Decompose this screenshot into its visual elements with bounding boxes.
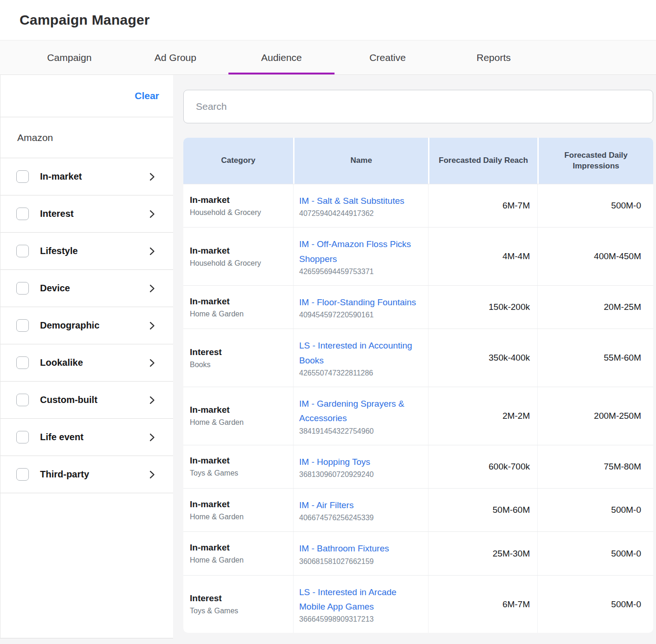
tab-ad-group[interactable]: Ad Group <box>122 40 228 74</box>
table-row: In-marketHousehold & Grocery IM - Off-Am… <box>183 227 653 285</box>
forecasted-impressions: 500M-0 <box>537 576 653 633</box>
audience-id: 426595694459753371 <box>299 268 422 276</box>
checkbox[interactable] <box>16 170 29 183</box>
audience-id: 406674576256245339 <box>299 514 422 522</box>
audience-name-link[interactable]: IM - Air Filters <box>299 498 422 512</box>
audience-name-link[interactable]: IM - Floor-Standing Fountains <box>299 295 422 309</box>
table-row: InterestToys & Games LS - Interested in … <box>183 575 653 633</box>
table-header: Category Name Forecasted Daily Reach For… <box>183 138 653 184</box>
column-header-name: Name <box>293 138 428 184</box>
column-header-impressions: Forecasted Daily Impressions <box>537 138 653 184</box>
checkbox[interactable] <box>16 431 29 443</box>
content-layout: Clear Amazon In-market Interest Lifestyl… <box>0 75 656 644</box>
category-label: In-market <box>190 246 288 256</box>
category-label: In-market <box>190 405 288 415</box>
chevron-right-icon[interactable] <box>147 283 157 294</box>
subcategory-label: Home & Garden <box>190 556 288 564</box>
chevron-right-icon[interactable] <box>147 246 157 256</box>
forecasted-impressions: 200M-250M <box>537 387 653 445</box>
audience-id: 360681581027662159 <box>299 557 422 566</box>
sidebar-item-label: Interest <box>40 208 74 219</box>
audience-name-link[interactable]: LS - Interested in Arcade Mobile App Gam… <box>299 585 422 614</box>
subcategory-label: Toys & Games <box>190 607 288 615</box>
main-content: Category Name Forecasted Daily Reach For… <box>173 75 656 644</box>
sidebar-item-label: Custom-built <box>40 395 97 405</box>
table-row: In-marketHome & Garden IM - Air Filters4… <box>183 488 653 531</box>
audience-id: 384191454322754960 <box>299 427 422 436</box>
forecasted-reach: 50M-60M <box>428 489 537 531</box>
sidebar-item-label: In-market <box>40 171 82 182</box>
tab-reports[interactable]: Reports <box>441 40 547 74</box>
app-header: Campaign Manager <box>0 0 656 40</box>
sidebar-item-interest[interactable]: Interest <box>0 195 173 233</box>
subcategory-label: Books <box>190 361 288 369</box>
category-label: In-market <box>190 195 288 205</box>
forecasted-reach: 2M-2M <box>428 387 537 445</box>
subcategory-label: Household & Grocery <box>190 259 288 268</box>
audience-name-link[interactable]: IM - Off-Amazon Floss Picks Shoppers <box>299 237 422 266</box>
chevron-right-icon[interactable] <box>147 209 157 219</box>
forecasted-reach: 25M-30M <box>428 532 537 575</box>
forecasted-reach: 150k-200k <box>428 286 537 329</box>
checkbox[interactable] <box>16 282 29 295</box>
audience-name-link[interactable]: IM - Hopping Toys <box>299 455 422 469</box>
sidebar-item-life-event[interactable]: Life event <box>0 419 173 456</box>
sidebar-item-lookalike[interactable]: Lookalike <box>0 344 173 382</box>
chevron-right-icon[interactable] <box>147 321 157 331</box>
sidebar-item-custom-built[interactable]: Custom-built <box>0 382 173 419</box>
sidebar-item-lifestyle[interactable]: Lifestyle <box>0 233 173 270</box>
tab-creative[interactable]: Creative <box>335 40 441 74</box>
main-tabbar: Campaign Ad Group Audience Creative Repo… <box>0 40 656 75</box>
clear-row: Clear <box>0 75 173 117</box>
checkbox[interactable] <box>16 319 29 332</box>
table-row: In-marketToys & Games IM - Hopping Toys3… <box>183 445 653 488</box>
forecasted-impressions: 75M-80M <box>537 445 653 488</box>
subcategory-label: Household & Grocery <box>190 208 288 217</box>
audience-name-link[interactable]: LS - Interested in Accounting Books <box>299 338 422 368</box>
tab-campaign[interactable]: Campaign <box>16 40 122 74</box>
table-row: In-marketHome & Garden IM - Gardening Sp… <box>183 387 653 445</box>
checkbox[interactable] <box>16 356 29 369</box>
subcategory-label: Toys & Games <box>190 469 288 477</box>
sidebar-item-label: Lifestyle <box>40 246 78 256</box>
audience-name-link[interactable]: IM - Gardening Sprayers & Accessories <box>299 396 422 426</box>
sidebar-item-label: Device <box>40 283 70 294</box>
forecasted-impressions: 500M-0 <box>537 489 653 531</box>
forecasted-impressions: 20M-25M <box>537 286 653 329</box>
clear-filters-link[interactable]: Clear <box>134 90 159 101</box>
search-input[interactable] <box>183 90 653 123</box>
checkbox[interactable] <box>16 394 29 406</box>
audience-name-link[interactable]: IM - Bathroom Fixtures <box>299 541 422 556</box>
chevron-right-icon[interactable] <box>147 358 157 368</box>
chevron-right-icon[interactable] <box>147 395 157 405</box>
chevron-right-icon[interactable] <box>147 432 157 443</box>
checkbox[interactable] <box>16 468 29 481</box>
page-title: Campaign Manager <box>20 12 150 28</box>
audience-table: Category Name Forecasted Daily Reach For… <box>183 138 653 633</box>
subcategory-label: Home & Garden <box>190 513 288 521</box>
filter-sidebar: Clear Amazon In-market Interest Lifestyl… <box>0 75 173 638</box>
chevron-right-icon[interactable] <box>147 172 157 182</box>
forecasted-reach: 6M-7M <box>428 184 537 227</box>
checkbox[interactable] <box>16 208 29 220</box>
audience-id: 368130960720929240 <box>299 470 422 479</box>
forecasted-impressions: 500M-0 <box>537 184 653 227</box>
category-label: Interest <box>190 593 288 604</box>
audience-id: 366645998909317213 <box>299 615 422 624</box>
audience-name-link[interactable]: IM - Salt & Salt Substitutes <box>299 194 422 208</box>
sidebar-item-in-market[interactable]: In-market <box>0 158 173 195</box>
forecasted-reach: 6M-7M <box>428 576 537 633</box>
forecasted-reach: 600k-700k <box>428 445 537 488</box>
sidebar-item-label: Demographic <box>40 320 100 331</box>
sidebar-item-device[interactable]: Device <box>0 270 173 307</box>
sidebar-item-third-party[interactable]: Third-party <box>0 456 173 493</box>
sidebar-item-label: Lookalike <box>40 357 83 368</box>
category-label: Interest <box>190 347 288 357</box>
audience-id: 407259404244917362 <box>299 209 422 218</box>
chevron-right-icon[interactable] <box>147 470 157 480</box>
checkbox[interactable] <box>16 245 29 257</box>
filter-group-header: Amazon <box>0 117 173 158</box>
sidebar-item-demographic[interactable]: Demographic <box>0 307 173 344</box>
tab-audience[interactable]: Audience <box>228 40 335 74</box>
sidebar-item-label: Life event <box>40 432 83 443</box>
